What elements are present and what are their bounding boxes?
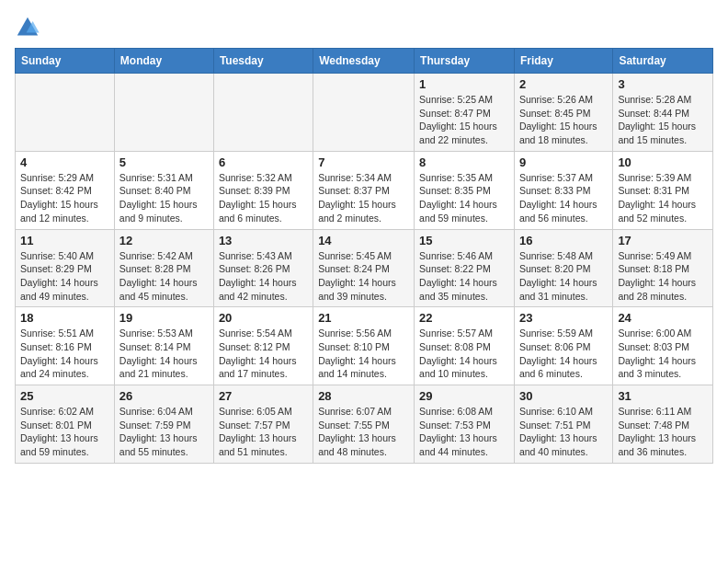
day-number: 29: [419, 389, 509, 403]
page-header: [15, 15, 713, 40]
calendar-cell: [16, 74, 115, 152]
calendar-cell: 22Sunrise: 5:57 AMSunset: 8:08 PMDayligh…: [415, 307, 515, 385]
day-number: 22: [419, 311, 509, 325]
day-info: Sunrise: 5:43 AMSunset: 8:26 PMDaylight:…: [219, 249, 308, 304]
day-info: Sunrise: 5:26 AMSunset: 8:45 PMDaylight:…: [519, 93, 608, 147]
calendar-cell: 4Sunrise: 5:29 AMSunset: 8:42 PMDaylight…: [16, 151, 115, 229]
day-info: Sunrise: 5:53 AMSunset: 8:14 PMDaylight:…: [119, 327, 209, 381]
day-info: Sunrise: 5:32 AMSunset: 8:39 PMDaylight:…: [219, 171, 308, 225]
day-info: Sunrise: 6:00 AMSunset: 8:03 PMDaylight:…: [618, 327, 708, 381]
day-number: 9: [519, 155, 608, 169]
calendar-cell: 1Sunrise: 5:25 AMSunset: 8:47 PMDaylight…: [415, 74, 515, 152]
calendar-cell: 31Sunrise: 6:11 AMSunset: 7:48 PMDayligh…: [613, 385, 713, 464]
calendar-cell: 12Sunrise: 5:42 AMSunset: 8:28 PMDayligh…: [114, 229, 213, 307]
day-number: 13: [219, 234, 308, 247]
day-info: Sunrise: 5:45 AMSunset: 8:24 PMDaylight:…: [318, 249, 409, 304]
day-number: 17: [618, 234, 708, 247]
day-header-monday: Monday: [114, 49, 213, 74]
calendar-cell: 11Sunrise: 5:40 AMSunset: 8:29 PMDayligh…: [16, 229, 115, 307]
day-number: 19: [119, 311, 209, 325]
day-number: 28: [318, 389, 409, 403]
calendar-cell: 7Sunrise: 5:34 AMSunset: 8:37 PMDaylight…: [313, 151, 415, 229]
day-info: Sunrise: 5:42 AMSunset: 8:28 PMDaylight:…: [119, 249, 209, 304]
day-number: 3: [618, 77, 708, 91]
calendar-cell: 29Sunrise: 6:08 AMSunset: 7:53 PMDayligh…: [415, 385, 515, 464]
day-number: 12: [119, 234, 209, 247]
day-info: Sunrise: 5:51 AMSunset: 8:16 PMDaylight:…: [20, 327, 109, 381]
day-header-tuesday: Tuesday: [213, 49, 313, 74]
day-header-friday: Friday: [514, 49, 612, 74]
calendar-cell: 3Sunrise: 5:28 AMSunset: 8:44 PMDaylight…: [613, 74, 713, 152]
day-number: 15: [419, 234, 509, 247]
day-info: Sunrise: 5:57 AMSunset: 8:08 PMDaylight:…: [419, 327, 509, 381]
day-info: Sunrise: 5:59 AMSunset: 8:06 PMDaylight:…: [519, 327, 608, 381]
day-number: 14: [318, 234, 409, 247]
day-info: Sunrise: 5:56 AMSunset: 8:10 PMDaylight:…: [318, 327, 409, 381]
calendar-cell: 24Sunrise: 6:00 AMSunset: 8:03 PMDayligh…: [613, 307, 713, 385]
calendar-cell: 2Sunrise: 5:26 AMSunset: 8:45 PMDaylight…: [514, 74, 612, 152]
day-number: 2: [519, 77, 608, 91]
day-number: 1: [419, 77, 509, 91]
day-number: 30: [519, 389, 608, 403]
day-info: Sunrise: 5:39 AMSunset: 8:31 PMDaylight:…: [618, 171, 708, 225]
day-number: 26: [119, 389, 209, 403]
day-info: Sunrise: 5:34 AMSunset: 8:37 PMDaylight:…: [318, 171, 409, 225]
calendar-cell: 8Sunrise: 5:35 AMSunset: 8:35 PMDaylight…: [415, 151, 515, 229]
calendar-cell: 30Sunrise: 6:10 AMSunset: 7:51 PMDayligh…: [514, 385, 612, 464]
week-row-3: 11Sunrise: 5:40 AMSunset: 8:29 PMDayligh…: [16, 229, 713, 307]
day-info: Sunrise: 6:02 AMSunset: 8:01 PMDaylight:…: [20, 405, 109, 459]
day-info: Sunrise: 5:29 AMSunset: 8:42 PMDaylight:…: [20, 171, 109, 225]
day-header-wednesday: Wednesday: [313, 49, 415, 74]
calendar-cell: 27Sunrise: 6:05 AMSunset: 7:57 PMDayligh…: [213, 385, 313, 464]
day-number: 31: [618, 389, 708, 403]
week-row-4: 18Sunrise: 5:51 AMSunset: 8:16 PMDayligh…: [16, 307, 713, 385]
calendar-cell: 28Sunrise: 6:07 AMSunset: 7:55 PMDayligh…: [313, 385, 415, 464]
day-number: 6: [219, 155, 308, 169]
week-row-5: 25Sunrise: 6:02 AMSunset: 8:01 PMDayligh…: [16, 385, 713, 464]
calendar-cell: 19Sunrise: 5:53 AMSunset: 8:14 PMDayligh…: [114, 307, 213, 385]
calendar-cell: 5Sunrise: 5:31 AMSunset: 8:40 PMDaylight…: [114, 151, 213, 229]
day-number: 23: [519, 311, 608, 325]
day-info: Sunrise: 5:40 AMSunset: 8:29 PMDaylight:…: [20, 249, 109, 304]
calendar-cell: [313, 74, 415, 152]
calendar-cell: 14Sunrise: 5:45 AMSunset: 8:24 PMDayligh…: [313, 229, 415, 307]
day-number: 18: [20, 311, 109, 325]
day-info: Sunrise: 5:25 AMSunset: 8:47 PMDaylight:…: [419, 93, 509, 147]
calendar-cell: [114, 74, 213, 152]
day-number: 27: [219, 389, 308, 403]
calendar-cell: 16Sunrise: 5:48 AMSunset: 8:20 PMDayligh…: [514, 229, 612, 307]
calendar-cell: 6Sunrise: 5:32 AMSunset: 8:39 PMDaylight…: [213, 151, 313, 229]
day-info: Sunrise: 6:05 AMSunset: 7:57 PMDaylight:…: [219, 405, 308, 459]
day-number: 5: [119, 155, 209, 169]
calendar-header-row: SundayMondayTuesdayWednesdayThursdayFrid…: [16, 49, 713, 74]
logo: [15, 15, 44, 40]
day-info: Sunrise: 5:28 AMSunset: 8:44 PMDaylight:…: [618, 93, 708, 147]
calendar-cell: 9Sunrise: 5:37 AMSunset: 8:33 PMDaylight…: [514, 151, 612, 229]
day-number: 24: [618, 311, 708, 325]
day-number: 8: [419, 155, 509, 169]
day-info: Sunrise: 5:46 AMSunset: 8:22 PMDaylight:…: [419, 249, 509, 304]
calendar-cell: [213, 74, 313, 152]
day-header-sunday: Sunday: [16, 49, 115, 74]
logo-icon: [15, 15, 40, 40]
calendar-table: SundayMondayTuesdayWednesdayThursdayFrid…: [15, 48, 713, 464]
day-info: Sunrise: 6:07 AMSunset: 7:55 PMDaylight:…: [318, 405, 409, 459]
day-info: Sunrise: 6:10 AMSunset: 7:51 PMDaylight:…: [519, 405, 608, 459]
calendar-cell: 15Sunrise: 5:46 AMSunset: 8:22 PMDayligh…: [415, 229, 515, 307]
day-header-thursday: Thursday: [415, 49, 515, 74]
calendar-cell: 18Sunrise: 5:51 AMSunset: 8:16 PMDayligh…: [16, 307, 115, 385]
day-header-saturday: Saturday: [613, 49, 713, 74]
day-number: 16: [519, 234, 608, 247]
day-info: Sunrise: 5:35 AMSunset: 8:35 PMDaylight:…: [419, 171, 509, 225]
day-info: Sunrise: 5:37 AMSunset: 8:33 PMDaylight:…: [519, 171, 608, 225]
day-info: Sunrise: 6:11 AMSunset: 7:48 PMDaylight:…: [618, 405, 708, 459]
day-info: Sunrise: 5:54 AMSunset: 8:12 PMDaylight:…: [219, 327, 308, 381]
day-number: 20: [219, 311, 308, 325]
calendar-cell: 23Sunrise: 5:59 AMSunset: 8:06 PMDayligh…: [514, 307, 612, 385]
day-info: Sunrise: 5:48 AMSunset: 8:20 PMDaylight:…: [519, 249, 608, 304]
calendar-cell: 13Sunrise: 5:43 AMSunset: 8:26 PMDayligh…: [213, 229, 313, 307]
day-info: Sunrise: 5:31 AMSunset: 8:40 PMDaylight:…: [119, 171, 209, 225]
calendar-cell: 20Sunrise: 5:54 AMSunset: 8:12 PMDayligh…: [213, 307, 313, 385]
week-row-1: 1Sunrise: 5:25 AMSunset: 8:47 PMDaylight…: [16, 74, 713, 152]
day-number: 10: [618, 155, 708, 169]
